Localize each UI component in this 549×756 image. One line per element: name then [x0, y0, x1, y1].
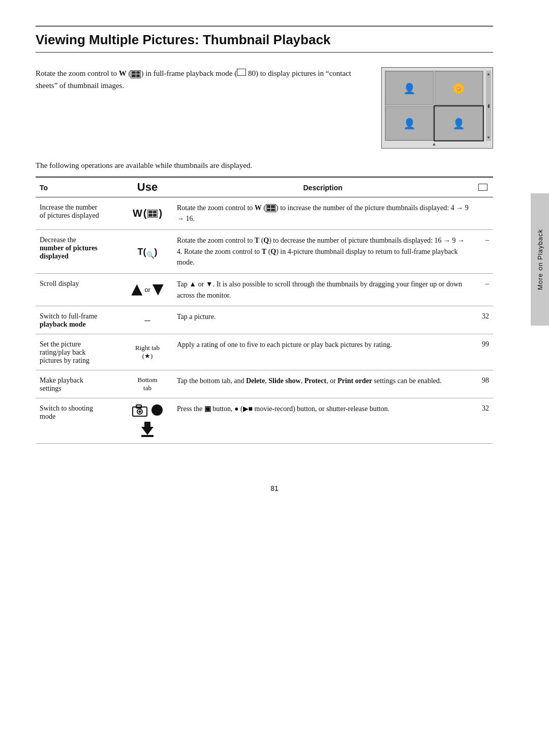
row4-ref: 32: [473, 306, 493, 334]
printorder-bold: Print order: [338, 377, 372, 385]
intro-text: Rotate the zoom control to W () in full-…: [36, 67, 381, 92]
page: More on Playback Viewing Multiple Pictur…: [0, 0, 549, 756]
row5-desc: Apply a rating of one to five to each pi…: [173, 334, 473, 370]
table-body: Increase the numberof pictures displayed…: [36, 197, 493, 444]
w-bold: W: [119, 69, 127, 77]
row2-desc: Rotate the zoom control to T (Q) to decr…: [173, 229, 473, 273]
row4-use: –: [122, 306, 173, 334]
or-text: or: [144, 286, 150, 294]
camera-bold: ▣: [204, 405, 211, 413]
operations-table: To Use Description Increase the numberof…: [36, 177, 493, 444]
shutter-release-icon: [137, 420, 158, 438]
book-icon: [237, 69, 246, 76]
right-tab-label: More on Playback: [536, 229, 544, 290]
row1-to: Increase the numberof pictures displayed: [36, 197, 122, 229]
main-content: Viewing Multiple Pictures: Thumbnail Pla…: [0, 0, 549, 474]
header-ref: [473, 177, 493, 197]
thumb-1: 👤: [385, 71, 434, 105]
page-title: Viewing Multiple Pictures: Thumbnail Pla…: [36, 32, 493, 48]
header-use: Use: [122, 177, 173, 197]
table-row: Decrease thenumber of picturesdisplayed …: [36, 229, 493, 273]
row7-desc: Press the ▣ button, ● (▶■ movie-record) …: [173, 398, 473, 444]
row6-desc: Tap the bottom tab, and Delete, Slide sh…: [173, 370, 473, 398]
table-row: Scroll display or Tap ▲ or ▼. It is also…: [36, 273, 493, 306]
book-ref-icon: [478, 184, 487, 191]
row7-ref: 32: [473, 398, 493, 444]
scrollbar-indicator: ▮: [487, 103, 490, 108]
row6-ref: 98: [473, 370, 493, 398]
row2-q2-bold: Q: [270, 248, 276, 255]
camera-thumbnail-image: ▶ [⁇ 10] 👤 🌼 👤 👤 ▲ ▮ ▼: [381, 67, 493, 149]
right-tab-label: Right tab(★): [135, 344, 160, 360]
camera-bottom-triangle: ▲: [432, 141, 437, 147]
header-to: To: [36, 177, 122, 197]
row3-down-bold: ▼: [206, 280, 213, 288]
table-row: Increase the numberof pictures displayed…: [36, 197, 493, 229]
header-description: Description: [173, 177, 473, 197]
row3-use: or: [122, 273, 173, 306]
row2-ref: –: [473, 229, 493, 273]
row2-use: T(🔍): [122, 229, 173, 273]
row1-desc: Rotate the zoom control to W () to incre…: [173, 197, 473, 229]
table-row: Set the picturerating/play backpictures …: [36, 334, 493, 370]
title-bar: Viewing Multiple Pictures: Thumbnail Pla…: [36, 25, 493, 53]
row4-bold-to: playback mode: [40, 321, 86, 328]
svg-rect-5: [141, 435, 154, 437]
thumb-3: 👤: [385, 106, 434, 140]
w-grid-icon: [131, 70, 141, 78]
camera-bottom-bar: ▲: [385, 141, 483, 147]
row4-to: Switch to full-frameplayback mode: [36, 306, 122, 334]
camera-scrollbar: ▲ ▮ ▼: [486, 71, 491, 141]
row5-ref: 99: [473, 334, 493, 370]
page-number: 81: [0, 474, 549, 498]
w-letter: W: [133, 208, 142, 219]
row3-up-bold: ▲: [189, 280, 196, 288]
grid-icon-small: [147, 210, 158, 218]
row1-w-bold: W: [255, 204, 262, 212]
row6-to: Make playbacksettings: [36, 370, 122, 398]
w-grid-symbol: W (): [133, 208, 162, 219]
intro-section: Rotate the zoom control to W () in full-…: [36, 67, 493, 149]
q-subscript: 🔍: [146, 251, 155, 258]
row5-to: Set the picturerating/play backpictures …: [36, 334, 122, 370]
svg-marker-4: [141, 422, 154, 435]
row2-to: Decrease thenumber of picturesdisplayed: [36, 229, 122, 273]
camera-screen: ▶ [⁇ 10] 👤 🌼 👤 👤 ▲ ▮ ▼: [382, 68, 493, 148]
thumb-4: 👤: [435, 106, 483, 140]
protect-bold: Protect: [304, 377, 326, 385]
bottom-tab-label: Bottomtab: [137, 376, 157, 392]
header-row: To Use Description: [36, 177, 493, 197]
row1-use: W (): [122, 197, 173, 229]
row3-ref: –: [473, 273, 493, 306]
delete-bold: Delete: [246, 377, 265, 385]
t-letter: T: [138, 247, 143, 257]
scrollbar-up-arrow: ▲: [486, 72, 491, 76]
row3-to: Scroll display: [36, 273, 122, 306]
slideshow-bold: Slide show: [268, 377, 300, 385]
camera-circle-row: [132, 403, 163, 417]
row3-desc: Tap ▲ or ▼. It is also possible to scrol…: [173, 273, 473, 306]
scrollbar-down-arrow: ▼: [486, 135, 491, 140]
table-row: Switch to full-frameplayback mode – Tap …: [36, 306, 493, 334]
row2-t-bold: T: [255, 237, 259, 244]
row2-q-bold: Q: [263, 237, 269, 244]
intro-paragraph: Rotate the zoom control to W () in full-…: [36, 67, 371, 92]
svg-point-3: [139, 411, 141, 413]
row2-bold-to: number of picturesdisplayed: [40, 244, 98, 260]
table-header: To Use Description: [36, 177, 493, 197]
tq-symbol: T(🔍): [138, 247, 158, 257]
row2-t2-bold: T: [262, 248, 266, 255]
thumb-2: 🌼: [435, 71, 483, 105]
table-row: Switch to shootingmode: [36, 398, 493, 444]
right-tab: More on Playback: [531, 193, 549, 326]
movie-record-icon: [151, 404, 163, 416]
row4-desc: Tap a picture.: [173, 306, 473, 334]
table-row: Make playbacksettings Bottomtab Tap the …: [36, 370, 493, 398]
row7-to: Switch to shootingmode: [36, 398, 122, 444]
row1-grid-icon: [266, 204, 276, 212]
row6-use: Bottomtab: [122, 370, 173, 398]
row5-use: Right tab(★): [122, 334, 173, 370]
shooting-mode-icons: [126, 403, 169, 438]
row7-use: [122, 398, 173, 444]
scroll-icons: or: [126, 284, 169, 296]
